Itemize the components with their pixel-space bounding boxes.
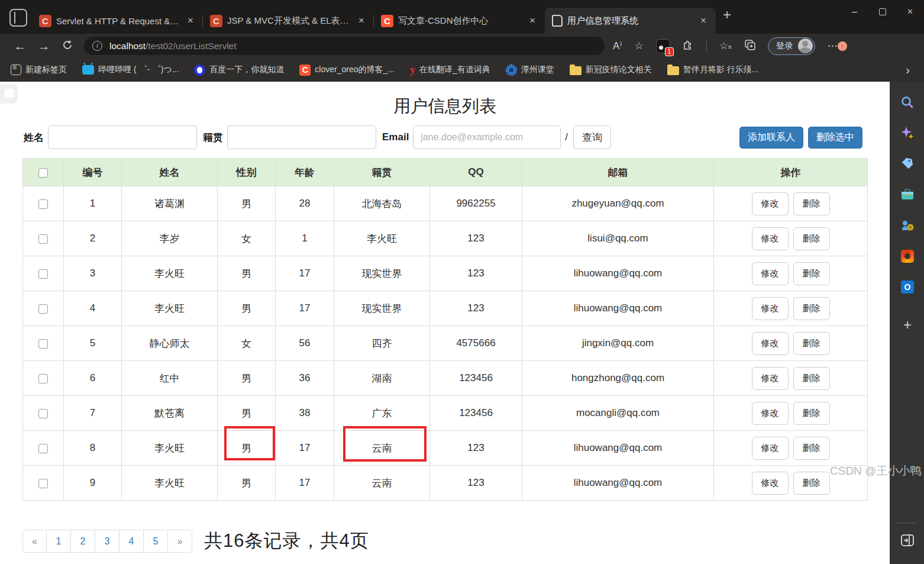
login-button[interactable]: 登录	[768, 37, 815, 55]
query-button[interactable]: 查询	[573, 125, 611, 149]
bookmark-folder-moon[interactable]: 暂伴月将影 行乐须...	[667, 65, 759, 75]
bookmark-bilibili[interactable]: 哔哩哔哩 ( ゜- ゜)つ...	[82, 65, 179, 75]
edit-button[interactable]: 修改	[752, 192, 789, 215]
bookmark-tanzhou[interactable]: 潭州课堂	[506, 65, 554, 76]
sidebar-add-icon[interactable]: +	[900, 317, 915, 333]
row-checkbox[interactable]	[38, 479, 48, 488]
search-icon[interactable]	[900, 95, 915, 110]
row-checkbox[interactable]	[38, 199, 48, 209]
page-4[interactable]: 4	[119, 530, 144, 553]
edit-button[interactable]: 修改	[752, 227, 789, 250]
tab-actions-icon[interactable]	[9, 9, 27, 27]
edit-button[interactable]: 修改	[752, 262, 789, 285]
page-2[interactable]: 2	[71, 530, 95, 553]
edit-button[interactable]: 修改	[752, 437, 789, 460]
page-title: 用户信息列表	[0, 95, 890, 118]
games-icon[interactable]	[900, 218, 915, 233]
email-input[interactable]	[413, 125, 561, 149]
close-window-button[interactable]: ×	[896, 0, 924, 24]
close-tab-icon[interactable]: ×	[526, 14, 539, 27]
page-1[interactable]: 1	[47, 530, 71, 553]
close-tab-icon[interactable]: ×	[697, 14, 710, 27]
table-row-highlighted: 8李火旺 男17 云南123 lihuowang@qq.com 修改删除	[23, 431, 868, 466]
edit-button[interactable]: 修改	[752, 402, 789, 425]
bookmark-new-tab[interactable]: 新建标签页	[11, 65, 67, 75]
name-input[interactable]	[48, 125, 197, 149]
site-info-icon[interactable]: i	[92, 41, 102, 51]
row-checkbox[interactable]	[38, 234, 48, 244]
edit-button[interactable]: 修改	[752, 332, 789, 355]
bookmark-youdao[interactable]: y在线翻译_有道词典	[410, 64, 490, 76]
delete-button[interactable]: 删除	[793, 437, 830, 460]
hometown-input[interactable]	[227, 125, 376, 149]
tools-briefcase-icon[interactable]	[900, 187, 915, 202]
office-icon[interactable]	[900, 249, 915, 264]
tab-title: JSP & MVC开发模式 & EL表达式	[227, 15, 350, 27]
favorites-list-icon[interactable]: ☆≡	[719, 40, 732, 52]
page-3[interactable]: 3	[95, 530, 119, 553]
edit-button[interactable]: 修改	[752, 367, 789, 390]
maximize-button[interactable]	[868, 0, 896, 24]
select-all-checkbox[interactable]	[38, 168, 48, 178]
more-menu-icon[interactable]: ⋯	[828, 40, 838, 52]
row-checkbox[interactable]	[38, 269, 48, 279]
discover-sparkle-icon[interactable]	[900, 125, 915, 141]
collections-icon[interactable]	[744, 39, 755, 53]
minimize-button[interactable]: –	[841, 0, 868, 24]
page-next[interactable]: »	[168, 530, 192, 553]
refresh-icon[interactable]	[56, 39, 79, 53]
close-tab-icon[interactable]: ×	[184, 14, 197, 27]
tab-jsp[interactable]: C JSP & MVC开发模式 & EL表达式 ×	[203, 8, 374, 34]
tab-user-management-active[interactable]: 用户信息管理系统 ×	[545, 8, 716, 34]
read-aloud-icon[interactable]: A⁾	[613, 40, 622, 52]
delete-button[interactable]: 删除	[793, 472, 830, 495]
folder-icon	[667, 66, 679, 75]
add-favorite-icon[interactable]: ☆	[635, 40, 644, 52]
col-ops: 操作	[714, 159, 868, 186]
row-checkbox[interactable]	[38, 409, 48, 418]
back-icon[interactable]: ←	[8, 39, 32, 53]
table-row: 4李火旺 男17 现实世界123 lihuowang@qq.com 修改删除	[23, 291, 868, 326]
delete-button[interactable]: 删除	[793, 332, 830, 355]
extension-icon[interactable]: 1	[656, 39, 670, 53]
new-tab-button[interactable]: +	[723, 7, 731, 23]
tab-servlet[interactable]: C Servlet & HTTP & Request & Res ×	[32, 8, 203, 34]
sidebar-divider	[897, 523, 916, 523]
edit-button[interactable]: 修改	[752, 472, 789, 495]
page-prev[interactable]: «	[22, 530, 47, 553]
edit-button[interactable]: 修改	[752, 297, 789, 320]
delete-selected-button[interactable]: 删除选中	[808, 127, 862, 149]
delete-button[interactable]: 删除	[793, 367, 830, 390]
delete-button[interactable]: 删除	[793, 402, 830, 425]
delete-button[interactable]: 删除	[793, 262, 830, 285]
bookmark-csdn-blog[interactable]: Cclover_oreo的博客_...	[299, 65, 395, 76]
delete-button[interactable]: 删除	[793, 297, 830, 320]
bookmark-folder-covid[interactable]: 新冠疫情论文相关	[570, 65, 652, 75]
bookmark-baidu[interactable]: 百度一下，你就知道	[194, 65, 284, 76]
tab-write-article[interactable]: C 写文章-CSDN创作中心 ×	[374, 8, 545, 34]
shopping-tag-icon[interactable]	[900, 156, 915, 172]
col-qq: QQ	[430, 159, 522, 186]
extensions-puzzle-icon[interactable]	[683, 39, 694, 53]
outlook-icon[interactable]: O	[900, 279, 915, 295]
gear-icon	[506, 65, 517, 76]
forward-icon[interactable]: →	[32, 39, 56, 53]
row-checkbox[interactable]	[38, 444, 48, 453]
delete-button[interactable]: 删除	[793, 192, 830, 215]
csdn-icon: C	[299, 65, 311, 76]
page-5[interactable]: 5	[144, 530, 168, 553]
address-bar[interactable]: i localhost/test02/userListServlet	[84, 37, 605, 55]
login-label: 登录	[776, 40, 793, 51]
table-row: 1诸葛渊 男28 北海杏岛9962255 zhugeyuan@qq.com 修改…	[23, 186, 868, 221]
add-contact-button[interactable]: 添加联系人	[739, 127, 803, 149]
close-tab-icon[interactable]: ×	[355, 14, 368, 27]
pagination: « 1 2 3 4 5 »	[22, 530, 192, 553]
row-checkbox[interactable]	[38, 304, 48, 314]
row-checkbox[interactable]	[38, 339, 48, 349]
open-sidebar-panel-icon[interactable]	[900, 533, 915, 548]
document-favicon	[552, 15, 563, 27]
row-checkbox[interactable]	[38, 374, 48, 383]
delete-button[interactable]: 删除	[793, 227, 830, 250]
col-hometown: 籍贯	[334, 159, 430, 186]
bookmarks-overflow-icon[interactable]: ›	[906, 63, 910, 77]
